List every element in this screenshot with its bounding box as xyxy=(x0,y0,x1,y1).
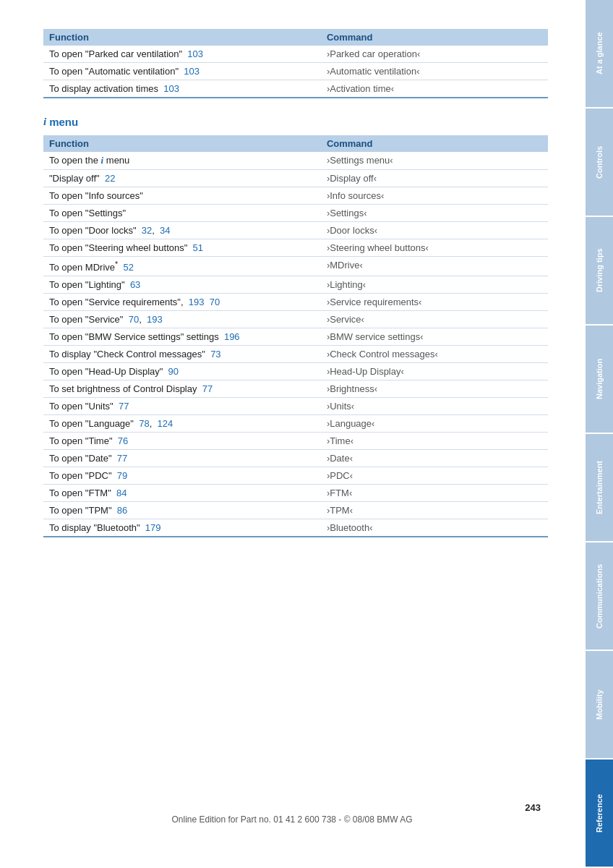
row-page-link[interactable]: 77 xyxy=(119,401,129,412)
table-row: To open "FTM" 84 ›FTM‹ xyxy=(43,485,548,502)
table-row: To display activation times 103 ›Activat… xyxy=(43,80,548,98)
table-row: To open "Parked car ventilation" 103 ›Pa… xyxy=(43,46,548,63)
row-page-link[interactable]: 51 xyxy=(193,242,203,253)
i-menu-icon: i xyxy=(43,116,46,128)
row-command: ›Language‹ xyxy=(321,415,548,433)
i-menu-table-header: Function Command xyxy=(43,135,548,152)
sidebar: At a glance Controls Driving tips Naviga… xyxy=(586,0,613,868)
row-command: ›TPM‹ xyxy=(321,502,548,519)
table-row: To open "Time" 76 ›Time‹ xyxy=(43,433,548,450)
row-page-link[interactable]: 79 xyxy=(117,470,127,481)
row-page2-link[interactable]: 193 xyxy=(147,314,163,325)
top-table-col2-header: Command xyxy=(321,29,548,46)
row-page2-link[interactable]: 34 xyxy=(160,225,170,236)
row-page-link[interactable]: 63 xyxy=(130,279,140,290)
table-row: To open "Automatic ventilation" 103 ›Aut… xyxy=(43,63,548,80)
row-function: To open "Date" 77 xyxy=(43,450,321,467)
row-page-link[interactable]: 77 xyxy=(117,453,127,464)
sidebar-tab-navigation[interactable]: Navigation xyxy=(586,326,613,433)
row-function-text: To open "FTM" xyxy=(49,488,111,498)
row-function-text: To open "Door locks" xyxy=(49,225,137,236)
i-menu-title: menu xyxy=(49,116,78,128)
row-function: To open "Service requirements", 193 70 xyxy=(43,294,321,311)
sidebar-tab-entertainment[interactable]: Entertainment xyxy=(586,434,613,541)
row-page-link[interactable]: 179 xyxy=(145,522,161,533)
row-page-link[interactable]: 103 xyxy=(187,48,203,59)
row-command: ›Bluetooth‹ xyxy=(321,519,548,537)
row-page-link[interactable]: 78 xyxy=(139,418,149,429)
row-page-link[interactable]: 103 xyxy=(163,83,179,94)
row-page-link[interactable]: 32 xyxy=(142,225,152,236)
row-command: ›Info sources‹ xyxy=(321,187,548,205)
table-row: To set brightness of Control Display 77 … xyxy=(43,380,548,398)
row-function: To open "FTM" 84 xyxy=(43,485,321,502)
row-function-text: To open "Lighting" xyxy=(49,279,125,290)
row-function-text: To open "Language" xyxy=(49,418,134,429)
page-footer: 243 Online Edition for Part no. 01 41 2 … xyxy=(0,802,584,825)
table-row: To open MDrive* 52 ›MDrive‹ xyxy=(43,257,548,276)
row-page-link[interactable]: 196 xyxy=(224,331,240,342)
row-function-text: To open "Time" xyxy=(49,435,113,446)
table-row: To open "Lighting" 63 ›Lighting‹ xyxy=(43,276,548,294)
row-function-text: To open "TPM" xyxy=(49,505,112,516)
main-content: Function Command To open "Parked car ven… xyxy=(0,0,584,584)
row-command: ›Settings‹ xyxy=(321,205,548,222)
sidebar-tab-reference[interactable]: Reference xyxy=(586,760,613,867)
top-table-section: Function Command To open "Parked car ven… xyxy=(43,29,548,98)
row-page-link[interactable]: 77 xyxy=(202,383,213,394)
row-command: ›Parked car operation‹ xyxy=(321,46,548,63)
table-row: To open "Service requirements", 193 70 ›… xyxy=(43,294,548,311)
row-function: To open "Settings" xyxy=(43,205,321,222)
table-row: To display "Bluetooth" 179 ›Bluetooth‹ xyxy=(43,519,548,537)
row-page-link[interactable]: 84 xyxy=(116,488,127,498)
row-function-text: To open "Service" xyxy=(49,314,123,325)
top-table-col1-header: Function xyxy=(43,29,321,46)
row-function: To open MDrive* 52 xyxy=(43,257,321,276)
row-function: To open "Door locks" 32, 34 xyxy=(43,222,321,239)
table-row: To open "Door locks" 32, 34 ›Door locks‹ xyxy=(43,222,548,239)
row-page-link[interactable]: 86 xyxy=(117,505,127,516)
row-function-text: To open the i menu xyxy=(49,155,129,166)
sidebar-tab-communications[interactable]: Communications xyxy=(586,542,613,650)
row-function-text: To open "Parked car ventilation" xyxy=(49,48,182,59)
sidebar-tab-driving-tips[interactable]: Driving tips xyxy=(586,217,613,324)
row-page2-link[interactable]: 70 xyxy=(210,297,220,307)
page-number: 243 xyxy=(0,802,541,813)
sidebar-tab-controls[interactable]: Controls xyxy=(586,109,613,216)
row-function: To open "PDC" 79 xyxy=(43,467,321,485)
row-function-text: To open "Head-Up Display" xyxy=(49,366,163,377)
row-function-text: To open "Date" xyxy=(49,453,112,464)
row-function: To open "Language" 78, 124 xyxy=(43,415,321,433)
row-page-link[interactable]: 90 xyxy=(168,366,179,377)
row-page-link[interactable]: 52 xyxy=(124,262,134,273)
edition-text: Online Edition for Part no. 01 41 2 600 … xyxy=(171,814,412,825)
i-menu-col2-header: Command xyxy=(321,135,548,152)
row-page-link[interactable]: 70 xyxy=(129,314,139,325)
row-function-text: To open "PDC" xyxy=(49,470,112,481)
table-row: To open "Service" 70, 193 ›Service‹ xyxy=(43,311,548,328)
row-page2-link[interactable]: 124 xyxy=(158,418,173,429)
row-page-link[interactable]: 73 xyxy=(210,349,220,359)
table-row: To open "Units" 77 ›Units‹ xyxy=(43,398,548,415)
row-command: ›Door locks‹ xyxy=(321,222,548,239)
sidebar-tab-at-a-glance[interactable]: At a glance xyxy=(586,0,613,107)
row-function-text: To display "Check Control messages" xyxy=(49,349,205,359)
row-command: ›BMW service settings‹ xyxy=(321,328,548,346)
row-command: ›FTM‹ xyxy=(321,485,548,502)
row-command: ›PDC‹ xyxy=(321,467,548,485)
table-row: To open "PDC" 79 ›PDC‹ xyxy=(43,467,548,485)
table-row: To open "Info sources" ›Info sources‹ xyxy=(43,187,548,205)
row-command: ›Automatic ventilation‹ xyxy=(321,63,548,80)
row-page-link[interactable]: 22 xyxy=(105,173,115,184)
row-function: To open "Info sources" xyxy=(43,187,321,205)
i-menu-col1-header: Function xyxy=(43,135,321,152)
sidebar-tab-mobility[interactable]: Mobility xyxy=(586,651,613,758)
row-page-link[interactable]: 103 xyxy=(184,66,200,77)
i-menu-heading: i menu xyxy=(43,116,548,128)
row-page-link[interactable]: 193 xyxy=(189,297,205,307)
table-row: To open "BMW Service settings" settings … xyxy=(43,328,548,346)
row-function: To open "Head-Up Display" 90 xyxy=(43,363,321,380)
row-function-text: To set brightness of Control Display xyxy=(49,383,197,394)
row-page-link[interactable]: 76 xyxy=(118,435,128,446)
row-function: To display "Check Control messages" 73 xyxy=(43,346,321,363)
